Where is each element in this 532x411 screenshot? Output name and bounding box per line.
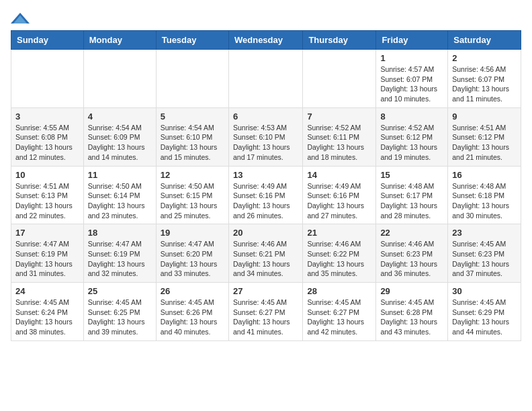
day-number: 15 (380, 170, 443, 180)
calendar-table: SundayMondayTuesdayWednesdayThursdayFrid… (11, 30, 521, 341)
calendar-cell: 17Sunrise: 4:47 AM Sunset: 6:19 PM Dayli… (11, 224, 84, 283)
day-number: 3 (15, 111, 79, 122)
day-info: Sunrise: 4:45 AM Sunset: 6:27 PM Dayligh… (307, 298, 371, 337)
calendar-cell: 22Sunrise: 4:46 AM Sunset: 6:23 PM Dayli… (376, 224, 448, 283)
day-info: Sunrise: 4:46 AM Sunset: 6:21 PM Dayligh… (233, 239, 298, 279)
day-number: 16 (452, 170, 517, 180)
day-number: 22 (380, 228, 443, 238)
weekday-header-friday: Friday (376, 31, 448, 50)
day-number: 20 (233, 228, 298, 238)
calendar-cell: 13Sunrise: 4:49 AM Sunset: 6:16 PM Dayli… (228, 166, 302, 224)
day-info: Sunrise: 4:54 AM Sunset: 6:10 PM Dayligh… (161, 123, 224, 163)
calendar-cell: 15Sunrise: 4:48 AM Sunset: 6:17 PM Dayli… (376, 166, 448, 224)
calendar-cell (228, 50, 302, 108)
calendar-cell: 27Sunrise: 4:45 AM Sunset: 6:27 PM Dayli… (228, 283, 302, 341)
day-info: Sunrise: 4:49 AM Sunset: 6:16 PM Dayligh… (307, 181, 371, 221)
calendar-cell: 10Sunrise: 4:51 AM Sunset: 6:13 PM Dayli… (11, 166, 84, 224)
calendar-cell: 2Sunrise: 4:56 AM Sunset: 6:07 PM Daylig… (448, 50, 521, 108)
day-info: Sunrise: 4:46 AM Sunset: 6:22 PM Dayligh… (307, 239, 371, 279)
calendar-cell: 28Sunrise: 4:45 AM Sunset: 6:27 PM Dayli… (303, 283, 376, 341)
calendar-cell: 4Sunrise: 4:54 AM Sunset: 6:09 PM Daylig… (83, 107, 156, 166)
logo-icon (11, 11, 30, 25)
day-info: Sunrise: 4:45 AM Sunset: 6:27 PM Dayligh… (233, 298, 298, 337)
day-number: 14 (307, 170, 371, 180)
calendar-cell: 14Sunrise: 4:49 AM Sunset: 6:16 PM Dayli… (303, 166, 376, 224)
day-info: Sunrise: 4:52 AM Sunset: 6:12 PM Dayligh… (380, 123, 443, 163)
weekday-header-row: SundayMondayTuesdayWednesdayThursdayFrid… (11, 31, 521, 50)
header (11, 11, 521, 25)
day-info: Sunrise: 4:53 AM Sunset: 6:10 PM Dayligh… (233, 123, 298, 163)
calendar-cell: 8Sunrise: 4:52 AM Sunset: 6:12 PM Daylig… (376, 107, 448, 166)
calendar-cell: 18Sunrise: 4:47 AM Sunset: 6:19 PM Dayli… (83, 224, 156, 283)
day-info: Sunrise: 4:48 AM Sunset: 6:18 PM Dayligh… (452, 181, 517, 221)
calendar-cell: 24Sunrise: 4:45 AM Sunset: 6:24 PM Dayli… (11, 283, 84, 341)
day-number: 23 (452, 228, 517, 238)
calendar-cell: 7Sunrise: 4:52 AM Sunset: 6:11 PM Daylig… (303, 107, 376, 166)
day-number: 26 (161, 286, 224, 296)
day-info: Sunrise: 4:47 AM Sunset: 6:19 PM Dayligh… (15, 239, 79, 279)
day-info: Sunrise: 4:45 AM Sunset: 6:26 PM Dayligh… (161, 298, 224, 337)
calendar-cell: 30Sunrise: 4:45 AM Sunset: 6:29 PM Dayli… (448, 283, 521, 341)
day-number: 4 (88, 111, 152, 122)
day-number: 7 (307, 111, 371, 122)
day-info: Sunrise: 4:52 AM Sunset: 6:11 PM Dayligh… (307, 123, 371, 163)
day-info: Sunrise: 4:50 AM Sunset: 6:14 PM Dayligh… (88, 181, 152, 221)
day-number: 27 (233, 286, 298, 296)
day-number: 6 (233, 111, 298, 122)
calendar-cell: 9Sunrise: 4:51 AM Sunset: 6:12 PM Daylig… (448, 107, 521, 166)
day-info: Sunrise: 4:55 AM Sunset: 6:08 PM Dayligh… (15, 123, 79, 163)
day-info: Sunrise: 4:49 AM Sunset: 6:16 PM Dayligh… (233, 181, 298, 221)
day-number: 12 (161, 170, 224, 180)
day-number: 25 (88, 286, 152, 296)
calendar-cell: 23Sunrise: 4:45 AM Sunset: 6:23 PM Dayli… (448, 224, 521, 283)
weekday-header-saturday: Saturday (448, 31, 521, 50)
calendar-cell: 5Sunrise: 4:54 AM Sunset: 6:10 PM Daylig… (156, 107, 228, 166)
day-number: 29 (380, 286, 443, 296)
calendar-cell: 11Sunrise: 4:50 AM Sunset: 6:14 PM Dayli… (83, 166, 156, 224)
day-number: 5 (161, 111, 224, 122)
week-row-2: 3Sunrise: 4:55 AM Sunset: 6:08 PM Daylig… (11, 107, 521, 166)
weekday-header-monday: Monday (83, 31, 156, 50)
day-number: 19 (161, 228, 224, 238)
day-number: 21 (307, 228, 371, 238)
calendar-cell (156, 50, 228, 108)
day-info: Sunrise: 4:51 AM Sunset: 6:13 PM Dayligh… (15, 181, 79, 221)
day-number: 9 (452, 111, 517, 122)
day-info: Sunrise: 4:57 AM Sunset: 6:07 PM Dayligh… (380, 64, 443, 104)
day-info: Sunrise: 4:56 AM Sunset: 6:07 PM Dayligh… (452, 64, 517, 104)
day-info: Sunrise: 4:54 AM Sunset: 6:09 PM Dayligh… (88, 123, 152, 163)
weekday-header-thursday: Thursday (303, 31, 376, 50)
day-number: 8 (380, 111, 443, 122)
day-info: Sunrise: 4:48 AM Sunset: 6:17 PM Dayligh… (380, 181, 443, 221)
week-row-5: 24Sunrise: 4:45 AM Sunset: 6:24 PM Dayli… (11, 283, 521, 341)
day-number: 28 (307, 286, 371, 296)
day-info: Sunrise: 4:45 AM Sunset: 6:28 PM Dayligh… (380, 298, 443, 337)
day-number: 10 (15, 170, 79, 180)
week-row-1: 1Sunrise: 4:57 AM Sunset: 6:07 PM Daylig… (11, 50, 521, 108)
day-number: 13 (233, 170, 298, 180)
day-number: 30 (452, 286, 517, 296)
day-info: Sunrise: 4:47 AM Sunset: 6:20 PM Dayligh… (161, 239, 224, 279)
day-info: Sunrise: 4:46 AM Sunset: 6:23 PM Dayligh… (380, 239, 443, 279)
calendar-cell: 25Sunrise: 4:45 AM Sunset: 6:25 PM Dayli… (83, 283, 156, 341)
week-row-4: 17Sunrise: 4:47 AM Sunset: 6:19 PM Dayli… (11, 224, 521, 283)
calendar-cell: 20Sunrise: 4:46 AM Sunset: 6:21 PM Dayli… (228, 224, 302, 283)
calendar-cell (303, 50, 376, 108)
day-number: 17 (15, 228, 79, 238)
logo (11, 11, 32, 25)
day-info: Sunrise: 4:47 AM Sunset: 6:19 PM Dayligh… (88, 239, 152, 279)
calendar-cell: 26Sunrise: 4:45 AM Sunset: 6:26 PM Dayli… (156, 283, 228, 341)
calendar-cell: 19Sunrise: 4:47 AM Sunset: 6:20 PM Dayli… (156, 224, 228, 283)
day-info: Sunrise: 4:50 AM Sunset: 6:15 PM Dayligh… (161, 181, 224, 221)
day-number: 24 (15, 286, 79, 296)
day-number: 1 (380, 53, 443, 63)
day-number: 11 (88, 170, 152, 180)
weekday-header-wednesday: Wednesday (228, 31, 302, 50)
calendar-cell: 3Sunrise: 4:55 AM Sunset: 6:08 PM Daylig… (11, 107, 84, 166)
week-row-3: 10Sunrise: 4:51 AM Sunset: 6:13 PM Dayli… (11, 166, 521, 224)
calendar-cell: 16Sunrise: 4:48 AM Sunset: 6:18 PM Dayli… (448, 166, 521, 224)
day-info: Sunrise: 4:45 AM Sunset: 6:23 PM Dayligh… (452, 239, 517, 279)
day-number: 18 (88, 228, 152, 238)
day-info: Sunrise: 4:45 AM Sunset: 6:29 PM Dayligh… (452, 298, 517, 337)
calendar-cell: 21Sunrise: 4:46 AM Sunset: 6:22 PM Dayli… (303, 224, 376, 283)
